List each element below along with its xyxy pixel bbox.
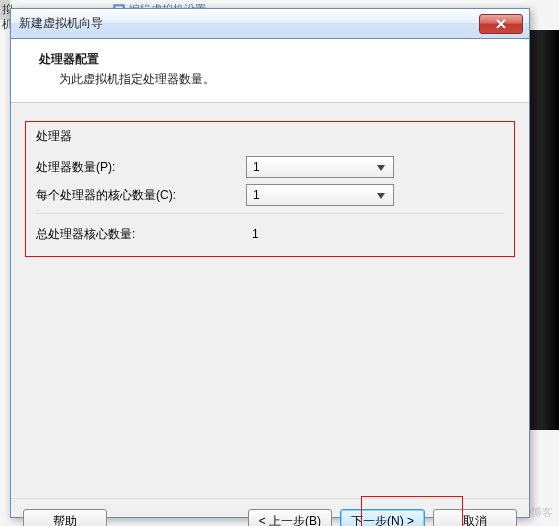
- cores-label: 每个处理器的核心数量(C):: [36, 187, 246, 204]
- total-label: 总处理器核心数量:: [36, 226, 246, 243]
- group-title: 处理器: [36, 128, 504, 145]
- wizard-content: 处理器 处理器数量(P): 1 每个处理器的核心数量(C): 1: [11, 103, 529, 498]
- dialog-title: 新建虚拟机向导: [17, 15, 479, 32]
- close-icon: [495, 19, 507, 29]
- wizard-header: 处理器配置 为此虚拟机指定处理器数量。: [11, 39, 529, 103]
- titlebar[interactable]: 新建虚拟机向导: [11, 9, 529, 39]
- bg-truncated-text: 拟机: [0, 0, 10, 20]
- close-button[interactable]: [479, 14, 523, 34]
- header-title: 处理器配置: [39, 51, 509, 68]
- cores-value: 1: [253, 188, 373, 202]
- processor-group: 处理器 处理器数量(P): 1 每个处理器的核心数量(C): 1: [25, 121, 515, 257]
- highlight-box: [361, 496, 463, 526]
- processors-value: 1: [253, 160, 373, 174]
- total-value: 1: [246, 227, 259, 241]
- chevron-down-icon: [373, 160, 389, 174]
- help-button[interactable]: 帮助: [23, 509, 107, 526]
- total-row: 总处理器核心数量: 1: [36, 220, 504, 248]
- chevron-down-icon: [373, 188, 389, 202]
- processors-row: 处理器数量(P): 1: [36, 153, 504, 181]
- header-subtitle: 为此虚拟机指定处理器数量。: [39, 71, 509, 88]
- divider: [36, 213, 504, 214]
- processors-label: 处理器数量(P):: [36, 159, 246, 176]
- cores-row: 每个处理器的核心数量(C): 1: [36, 181, 504, 209]
- processors-dropdown[interactable]: 1: [246, 156, 394, 178]
- new-vm-wizard-dialog: 新建虚拟机向导 处理器配置 为此虚拟机指定处理器数量。 处理器 处理器数量(P)…: [10, 8, 530, 518]
- cores-dropdown[interactable]: 1: [246, 184, 394, 206]
- back-button[interactable]: < 上一步(B): [248, 509, 332, 526]
